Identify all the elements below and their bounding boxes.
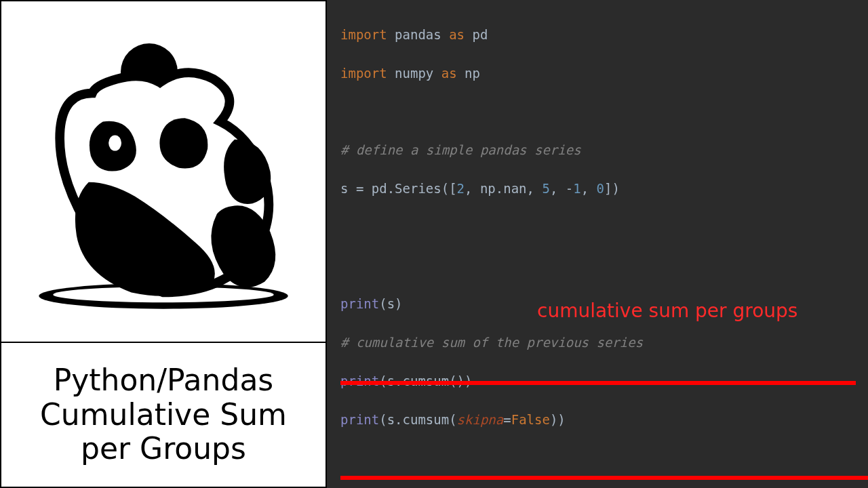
title-line-3: per Groups <box>8 432 319 466</box>
code-comment: # cumulative sum of the previous series <box>340 333 868 352</box>
code-line: print(s.cumsum(skipna=False)) <box>340 410 868 430</box>
code-line: import numpy as np <box>340 64 868 83</box>
code-line: s = pd.Series([2, np.nan, 5, -1, 0]) <box>340 179 868 199</box>
code-comment: # define a simple pandas series <box>340 140 868 160</box>
svg-point-3 <box>108 136 121 151</box>
red-underline <box>340 381 856 385</box>
code-editor[interactable]: import pandas as pd import numpy as np #… <box>327 0 868 488</box>
panda-logo-area <box>1 1 326 343</box>
panda-icon <box>21 29 306 314</box>
code-line: import pandas as pd <box>340 25 868 45</box>
red-underline <box>340 476 868 480</box>
title-line-2: Cumulative Sum <box>8 398 319 432</box>
title-line-1: Python/Pandas <box>8 363 319 398</box>
annotation-text: cumulative sum per groups <box>537 297 797 325</box>
left-panel: Python/Pandas Cumulative Sum per Groups <box>0 0 327 488</box>
title-text: Python/Pandas Cumulative Sum per Groups <box>1 343 326 487</box>
